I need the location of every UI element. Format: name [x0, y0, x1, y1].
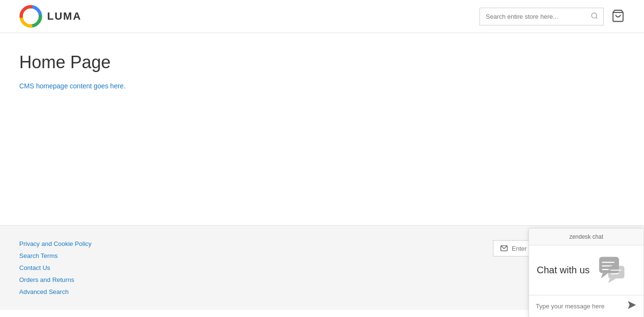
footer-link-advanced-search[interactable]: Advanced Search — [19, 288, 91, 295]
chat-input-area[interactable] — [529, 295, 644, 310]
search-button[interactable] — [586, 8, 603, 25]
chat-widget: zendesk chat Chat with us — [529, 228, 644, 310]
footer-link-orders[interactable]: Orders and Returns — [19, 276, 91, 283]
chat-with-us-label: Chat with us — [537, 265, 590, 276]
cart-button[interactable] — [611, 9, 625, 24]
header-right — [480, 8, 625, 25]
header: LUMA — [0, 0, 644, 33]
svg-line-2 — [596, 17, 597, 19]
chat-bubble-icon — [597, 255, 626, 285]
svg-rect-10 — [608, 266, 625, 279]
footer-link-contact[interactable]: Contact Us — [19, 264, 91, 271]
page-title: Home Page — [19, 52, 625, 73]
footer-link-search-terms[interactable]: Search Terms — [19, 252, 91, 259]
chat-widget-header: zendesk chat — [529, 229, 644, 245]
chat-send-button[interactable] — [627, 300, 637, 310]
email-icon — [500, 244, 508, 252]
luma-logo-icon — [19, 5, 42, 28]
chat-widget-body: Chat with us — [529, 245, 644, 295]
search-input[interactable] — [480, 9, 586, 24]
svg-marker-14 — [628, 301, 636, 309]
svg-marker-13 — [608, 279, 617, 283]
footer-link-privacy[interactable]: Privacy and Cookie Policy — [19, 240, 91, 247]
footer-links: Privacy and Cookie Policy Search Terms C… — [19, 240, 91, 295]
search-bar[interactable] — [480, 8, 604, 25]
main-content: Home Page CMS homepage content goes here… — [0, 33, 644, 225]
logo-text: LUMA — [47, 10, 82, 23]
logo-area: LUMA — [19, 5, 82, 28]
svg-point-1 — [592, 13, 597, 18]
chat-message-input[interactable] — [536, 303, 627, 310]
svg-marker-6 — [601, 273, 608, 279]
cms-homepage-link[interactable]: CMS homepage content goes here. — [19, 82, 126, 90]
